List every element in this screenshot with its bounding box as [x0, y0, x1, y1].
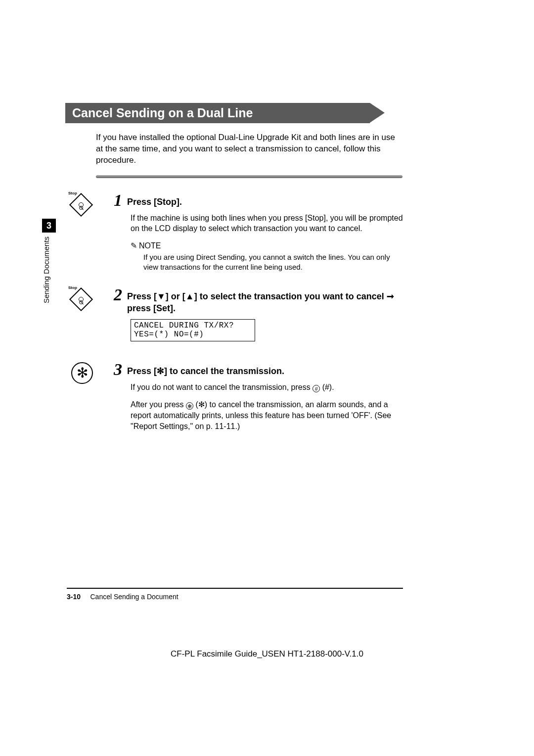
step-heading-1: Press [Stop].	[127, 196, 399, 208]
step-number-2: 2	[114, 286, 122, 303]
step3-body1-post: (#).	[320, 383, 334, 391]
document-id: CF-PL Facsimile Guide_USEN HT1-2188-000-…	[0, 649, 534, 659]
step3-body-1: If you do not want to cancel the transmi…	[131, 382, 407, 393]
stop-icon-label: Stop	[68, 191, 77, 195]
stop-icon-label: Stop	[68, 285, 77, 290]
step3-body-2: After you press ✻ (✻) to cancel the tran…	[131, 399, 407, 431]
arrow-right-icon: ➞	[387, 291, 394, 301]
star-circle-icon: ✻	[186, 402, 193, 410]
section-header: Cancel Sending on a Dual Line	[65, 103, 370, 123]
step-number-1: 1	[114, 192, 122, 209]
lcd-line-2: YES=(*) NO=(#)	[134, 330, 252, 339]
stop-button-icon: Stop	[69, 287, 99, 312]
page-content: Cancel Sending on a Dual Line If you hav…	[0, 0, 534, 431]
step-heading-2: Press [▼] or [▲] to select the transacti…	[127, 290, 399, 315]
footer-page-number: 3-10	[67, 593, 81, 601]
step-number-3: 3	[114, 361, 122, 378]
note-body: If you are using Direct Sending, you can…	[143, 252, 405, 273]
stop-button-icon: Stop	[69, 193, 99, 218]
footer: 3-10 Cancel Sending a Document	[67, 593, 178, 601]
step3-body2-pre: After you press	[131, 400, 186, 409]
step-heading-3: Press [✻] to cancel the transmission.	[127, 365, 399, 377]
note-label: NOTE	[139, 241, 161, 250]
footer-title: Cancel Sending a Document	[90, 593, 178, 601]
note-header: ✎NOTE	[131, 241, 469, 250]
hash-circle-icon: #	[312, 385, 320, 392]
footer-rule	[67, 588, 403, 589]
step2-heading-post: press [Set].	[127, 303, 176, 313]
intro-text: If you have installed the optional Dual-…	[96, 132, 402, 166]
lcd-line-1: CANCEL DURING TX/RX?	[134, 321, 252, 330]
step3-body1-pre: If you do not want to cancel the transmi…	[131, 383, 312, 391]
step-body-1: If the machine is using both lines when …	[131, 213, 407, 234]
lcd-display: CANCEL DURING TX/RX? YES=(*) NO=(#)	[131, 319, 255, 341]
divider	[96, 175, 402, 178]
star-button-icon: ✻	[69, 362, 99, 387]
step2-heading-pre: Press [▼] or [▲] to select the transacti…	[127, 291, 387, 301]
note-hand-icon: ✎	[131, 241, 137, 250]
step-2: Stop 2 Press [▼] or [▲] to select the tr…	[65, 286, 469, 341]
star-glyph-icon: ✻	[77, 366, 88, 380]
step-1: Stop 1 Press [Stop]. If the machine is u…	[65, 192, 469, 273]
step-3: ✻ 3 Press [✻] to cancel the transmission…	[65, 361, 469, 431]
